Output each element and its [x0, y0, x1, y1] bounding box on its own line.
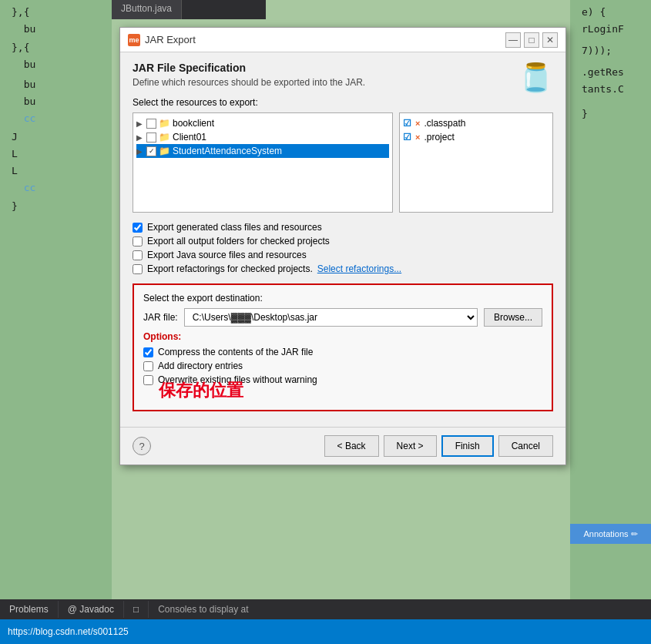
tree-label-bookclient: bookclient: [173, 118, 214, 129]
code-line: 7)));: [574, 42, 647, 59]
checkbox-panel: ☑ × .classpath ☑ × .project: [399, 112, 553, 213]
resource-label: Select the resources to export:: [133, 97, 553, 108]
select-refactorings-link[interactable]: Select refactorings...: [317, 263, 401, 274]
option-compress-label: Compress the contents of the JAR file: [158, 347, 313, 357]
next-button[interactable]: Next >: [384, 435, 437, 457]
spec-desc: Define which resources should be exporte…: [133, 77, 553, 88]
tree-checkbox-bookclient[interactable]: [146, 119, 156, 129]
code-line: e) {: [574, 4, 647, 21]
right-code-panel: e) { rLoginF 7))); .getRes tants.C }: [570, 0, 651, 126]
check-icon-classpath: ☑: [403, 118, 411, 129]
tree-label-client01: Client01: [173, 132, 206, 143]
dialog-content: 🫙 JAR File Specification Define which re…: [120, 52, 565, 427]
back-button[interactable]: < Back: [324, 435, 379, 457]
left-green-panel: },{ bu },{ bu bu bu cc J L L cc }: [0, 0, 112, 644]
options-label: Options:: [143, 331, 542, 342]
top-tab-label: JButton.java: [121, 3, 172, 14]
tree-arrow-icon: ▶: [136, 119, 144, 128]
checkbox-overwrite[interactable]: [143, 375, 153, 385]
option-dir-entries: Add directory entries: [143, 359, 542, 373]
tree-label-student: StudentAttendanceSystem: [173, 146, 282, 156]
status-text: https://blog.csdn.net/s001125: [8, 626, 129, 637]
export-options: Export generated class files and resourc…: [133, 220, 553, 276]
code-line: .getRes: [574, 64, 647, 81]
destination-section: Select the export destination: JAR file:…: [133, 283, 553, 411]
jar-file-row: JAR file: C:\Users\▓▓▓\Desktop\sas.jar B…: [143, 308, 542, 327]
maximize-button[interactable]: □: [524, 32, 539, 48]
code-line: cc: [4, 110, 108, 127]
title-bar-left: me JAR Export: [128, 34, 196, 46]
dialog-icon: me: [128, 34, 140, 46]
dialog-title: JAR Export: [145, 34, 196, 45]
checkbox-source-files[interactable]: [133, 250, 143, 260]
export-option-label-1: Export generated class files and resourc…: [147, 222, 322, 233]
minimize-button[interactable]: —: [505, 32, 521, 48]
cancel-button[interactable]: Cancel: [498, 435, 553, 457]
dialog-overlay: me JAR Export — □ ✕ 🫙 JAR File Specifica…: [112, 19, 574, 628]
annotations-tab[interactable]: Annotations ✏: [570, 524, 651, 544]
tree-arrow-icon: ▶: [136, 147, 144, 156]
top-tab-jbutton[interactable]: JButton.java: [112, 0, 182, 19]
spec-title: JAR File Specification: [133, 62, 553, 74]
code-line: },{: [4, 4, 108, 21]
right-green-panel: e) { rLoginF 7))); .getRes tants.C }: [570, 0, 651, 644]
project-tree-panel: ▶ 📁 bookclient ▶ 📁 Client01: [133, 112, 393, 213]
code-line: }: [4, 198, 108, 215]
tree-item-student[interactable]: ▶ ✓ 📁 StudentAttendanceSystem: [136, 144, 389, 158]
code-line: rLoginF: [574, 21, 647, 38]
title-controls: — □ ✕: [505, 32, 558, 48]
title-bar: me JAR Export — □ ✕: [120, 28, 565, 52]
export-option-label-4: Export refactorings for checked projects…: [147, 263, 313, 274]
tree-item-client01[interactable]: ▶ 📁 Client01: [136, 130, 389, 144]
tab-problems[interactable]: Problems: [0, 601, 59, 618]
dialog-footer: ? < Back Next > Finish Cancel: [120, 427, 565, 465]
checkbox-class-files[interactable]: [133, 223, 143, 233]
tree-checkbox-client01[interactable]: [146, 132, 156, 143]
check-item-project[interactable]: ☑ × .project: [403, 130, 549, 144]
tree-item-bookclient[interactable]: ▶ 📁 bookclient: [136, 116, 389, 130]
folder-icon: 📁: [159, 132, 170, 143]
finish-button[interactable]: Finish: [441, 435, 494, 457]
footer-buttons: < Back Next > Finish Cancel: [324, 435, 553, 457]
help-button[interactable]: ?: [133, 437, 151, 455]
code-line: tants.C: [574, 81, 647, 98]
option-compress: Compress the contents of the JAR file: [143, 345, 542, 359]
check-item-classpath[interactable]: ☑ × .classpath: [403, 116, 549, 130]
code-line: L: [4, 163, 108, 179]
checkbox-compress[interactable]: [143, 347, 153, 357]
browse-button[interactable]: Browse...: [484, 308, 542, 327]
x-icon: ×: [415, 119, 420, 128]
code-line: cc: [4, 179, 108, 196]
resource-panels: ▶ 📁 bookclient ▶ 📁 Client01: [133, 112, 553, 213]
tree-checkbox-student[interactable]: ✓: [146, 146, 156, 156]
folder-icon: 📁: [159, 118, 170, 129]
export-option-label-3: Export Java source files and resources: [147, 250, 307, 260]
annotation-text: 保存的位置: [159, 379, 243, 402]
left-code-panel: },{ bu },{ bu bu bu cc J L L cc }: [0, 0, 112, 219]
x-icon: ×: [415, 132, 420, 142]
checkbox-refactorings[interactable]: [133, 264, 143, 274]
folder-icon: 📁: [159, 146, 170, 156]
code-line: },{: [4, 39, 108, 56]
export-option-2: Export all output folders for checked pr…: [133, 234, 553, 248]
label-project: .project: [424, 132, 454, 143]
close-button[interactable]: ✕: [542, 32, 558, 48]
checkbox-output-folders[interactable]: [133, 236, 143, 247]
code-line: }: [574, 106, 647, 122]
jar-path-select[interactable]: C:\Users\▓▓▓\Desktop\sas.jar: [184, 308, 478, 327]
tree-arrow-icon: ▶: [136, 133, 144, 142]
code-line: bu: [4, 56, 108, 73]
export-option-1: Export generated class files and resourc…: [133, 220, 553, 234]
jar-file-label: JAR file:: [143, 312, 178, 323]
jar-icon: 🫙: [518, 62, 553, 94]
checkbox-dir-entries[interactable]: [143, 361, 153, 371]
code-line: bu: [4, 93, 108, 110]
code-line: bu: [4, 76, 108, 93]
top-tabs: JButton.java: [112, 0, 266, 19]
code-line: L: [4, 146, 108, 163]
code-line: bu: [4, 21, 108, 38]
export-option-3: Export Java source files and resources: [133, 248, 553, 262]
export-option-4: Export refactorings for checked projects…: [133, 262, 553, 276]
option-dir-label: Add directory entries: [158, 361, 243, 371]
export-option-label-2: Export all output folders for checked pr…: [147, 236, 330, 247]
